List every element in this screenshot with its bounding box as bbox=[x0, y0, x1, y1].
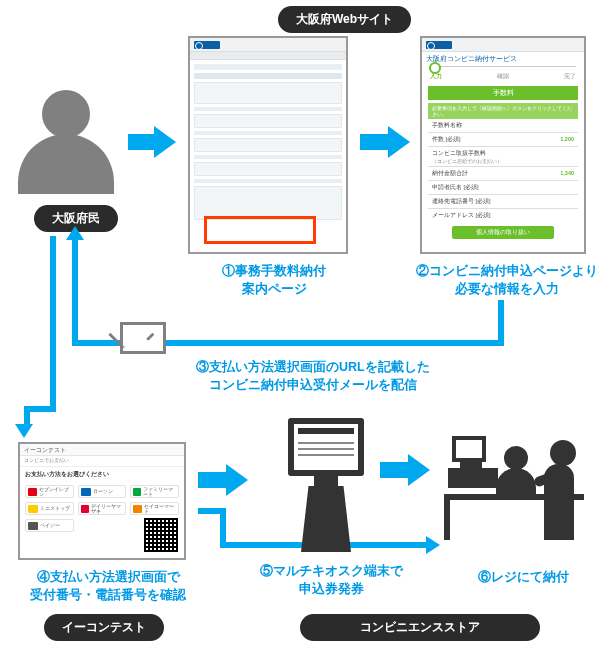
register-icon bbox=[448, 432, 588, 552]
citizen-figure bbox=[18, 90, 114, 194]
header-econtext: イーコンテスト bbox=[44, 614, 164, 641]
highlight-box bbox=[204, 216, 316, 244]
screenshot-step4: イーコンテスト コンビニでお支払い お支払い方法をお選びください セブンイレブン… bbox=[18, 442, 186, 560]
header-convenience-store: コンビニエンスストア bbox=[300, 614, 540, 641]
caption-step4: ④支払い方法選択画面で 受付番号・電話番号を確認 bbox=[30, 568, 186, 604]
caption-step3: ③支払い方法選択画面のURLを記載した コンビニ納付申込受付メールを配信 bbox=[196, 358, 430, 394]
caption-step2: ②コンビニ納付申込ページより 必要な情報を入力 bbox=[416, 262, 598, 298]
header-osaka-website: 大阪府Webサイト bbox=[278, 6, 411, 33]
screenshot-step2: 大阪府コンビニ納付サービス 入力 確認 完了 手数料 必要事項を入力して〔確認画… bbox=[420, 36, 586, 254]
caption-step6: ⑥レジにて納付 bbox=[478, 568, 569, 586]
flow-diagram: 大阪府Webサイト 大阪府民 bbox=[0, 0, 610, 653]
caption-step1: ①事務手数料納付 案内ページ bbox=[222, 262, 326, 298]
kiosk-icon bbox=[288, 418, 364, 552]
qr-code bbox=[144, 518, 178, 552]
caption-step5: ⑤マルチキオスク端末で 申込券発券 bbox=[260, 562, 403, 598]
screenshot-step1 bbox=[188, 36, 348, 254]
envelope-icon bbox=[120, 322, 166, 354]
